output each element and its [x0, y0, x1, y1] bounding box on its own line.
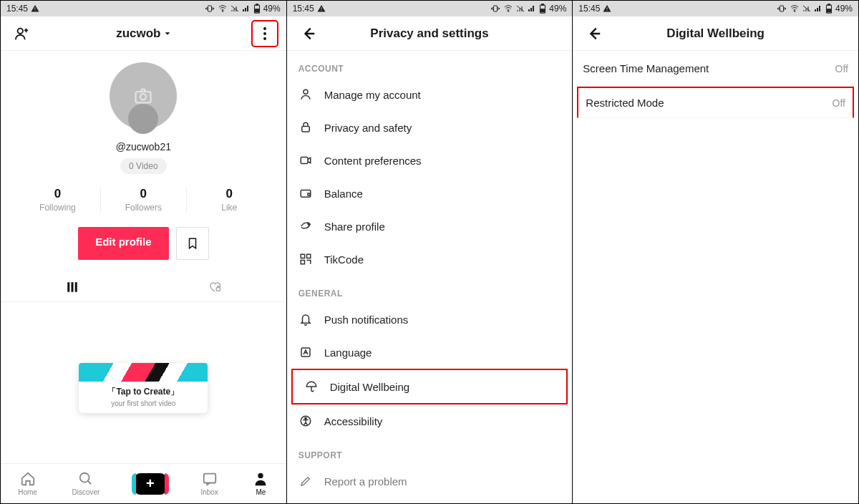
nav-discover[interactable]: Discover: [72, 471, 100, 496]
svg-point-19: [508, 11, 510, 12]
no-signal-icon: [516, 4, 525, 13]
home-icon: [20, 471, 36, 487]
item-language[interactable]: Language: [287, 336, 573, 369]
video-count-chip: 0 Video: [120, 158, 166, 174]
no-signal-icon: [230, 4, 239, 13]
wallet-icon: [299, 187, 313, 200]
row-label: Screen Time Management: [583, 62, 709, 74]
search-icon: [78, 471, 94, 487]
wellbeing-header: Digital Wellbeing: [573, 16, 858, 51]
item-push-notifications[interactable]: Push notifications: [287, 303, 573, 336]
username-label: zucwob: [116, 26, 160, 41]
item-report-problem[interactable]: Report a problem: [287, 465, 573, 498]
item-tikcode[interactable]: TikCode: [287, 243, 573, 276]
back-button[interactable]: [296, 21, 321, 47]
status-time: 15:45: [578, 4, 600, 14]
section-account: ACCOUNT: [287, 51, 573, 78]
person-outline-icon: [299, 88, 313, 101]
warning-icon: [603, 4, 611, 13]
svg-point-17: [258, 473, 263, 478]
nav-create[interactable]: +: [135, 473, 166, 495]
section-support: SUPPORT: [287, 437, 573, 465]
item-balance[interactable]: Balance: [287, 177, 573, 210]
nav-home[interactable]: Home: [18, 471, 37, 496]
row-screen-time[interactable]: Screen Time Management Off: [573, 51, 858, 87]
wifi-icon: [503, 4, 513, 13]
card-splash-art: [79, 363, 208, 382]
settings-title: Privacy and settings: [321, 26, 538, 41]
grid-icon: [66, 281, 79, 294]
item-share-profile[interactable]: Share profile: [287, 210, 573, 243]
svg-rect-28: [306, 254, 310, 258]
svg-rect-22: [541, 9, 545, 12]
stat-following[interactable]: 0 Following: [15, 187, 100, 213]
item-manage-account[interactable]: Manage my account: [287, 78, 573, 111]
umbrella-icon: [304, 380, 319, 393]
item-accessibility[interactable]: Accessibility: [287, 404, 573, 437]
status-time: 15:45: [293, 4, 314, 14]
svg-point-10: [140, 94, 146, 100]
back-arrow-icon: [301, 26, 316, 42]
item-digital-wellbeing[interactable]: Digital Wellbeing: [291, 369, 568, 404]
svg-rect-21: [542, 4, 544, 5]
chevron-down-icon: [164, 30, 171, 37]
stats-row: 0 Following 0 Followers 0 Like: [15, 187, 272, 213]
item-privacy-safety[interactable]: Privacy and safety: [287, 111, 573, 144]
back-button[interactable]: [581, 21, 607, 47]
svg-rect-13: [74, 282, 77, 292]
status-time: 15:45: [6, 4, 28, 14]
row-restricted-mode[interactable]: Restricted Mode Off: [577, 87, 854, 118]
tab-liked[interactable]: [143, 273, 286, 301]
heart-lock-icon: [208, 281, 222, 294]
no-signal-icon: [802, 4, 811, 13]
svg-rect-36: [828, 4, 830, 5]
nav-me[interactable]: Me: [253, 471, 268, 496]
bottom-nav: Home Discover + Inbox Me: [1, 463, 286, 503]
battery-icon: [539, 4, 546, 14]
warning-icon: [31, 4, 39, 13]
username-dropdown[interactable]: zucwob: [35, 26, 252, 41]
svg-rect-14: [216, 288, 220, 291]
qr-icon: [299, 253, 313, 266]
svg-point-23: [304, 89, 308, 94]
section-general: GENERAL: [287, 276, 573, 303]
svg-point-1: [222, 11, 223, 12]
wifi-icon: [218, 4, 228, 13]
item-content-preferences[interactable]: Content preferences: [287, 144, 573, 177]
svg-rect-16: [203, 474, 215, 483]
bookmark-button[interactable]: [176, 227, 209, 260]
stat-likes[interactable]: 0 Like: [187, 187, 272, 213]
warning-icon: [317, 4, 326, 13]
stat-followers[interactable]: 0 Followers: [101, 187, 186, 213]
screen-digital-wellbeing: 15:45 49% Digital Wellbeing Screen Time …: [573, 1, 858, 503]
wifi-icon: [790, 4, 800, 13]
screen-settings: 15:45 49% Privacy and settings ACCOUNT: [287, 1, 573, 503]
tap-card-title: 「Tap to Create」: [84, 386, 202, 398]
edit-profile-button[interactable]: Edit profile: [78, 227, 168, 260]
tab-posts[interactable]: [1, 273, 143, 301]
svg-point-32: [305, 417, 306, 419]
profile-tabs: [1, 273, 286, 302]
share-icon: [299, 220, 313, 233]
handle-label: @zucwob21: [116, 141, 171, 152]
svg-rect-24: [301, 127, 309, 132]
accessibility-icon: [299, 415, 313, 427]
status-battery: 49%: [549, 4, 566, 14]
screen-profile: 15:45 49% zucwob: [1, 1, 287, 503]
kebab-icon: [263, 27, 266, 40]
row-label: Restricted Mode: [586, 97, 664, 109]
more-options-button[interactable]: [252, 21, 278, 47]
row-value: Off: [835, 63, 848, 74]
wellbeing-title: Digital Wellbeing: [607, 26, 824, 41]
bookmark-icon: [186, 236, 199, 251]
battery-icon: [253, 4, 261, 14]
tap-to-create-card[interactable]: 「Tap to Create」 your first short video: [79, 363, 208, 413]
back-arrow-icon: [586, 26, 602, 42]
add-user-icon[interactable]: [9, 21, 35, 47]
svg-rect-12: [71, 282, 73, 292]
avatar[interactable]: [110, 62, 177, 130]
nav-inbox[interactable]: Inbox: [200, 471, 218, 496]
status-battery: 49%: [835, 4, 853, 14]
svg-point-7: [263, 32, 266, 35]
signal-icon: [528, 4, 536, 13]
